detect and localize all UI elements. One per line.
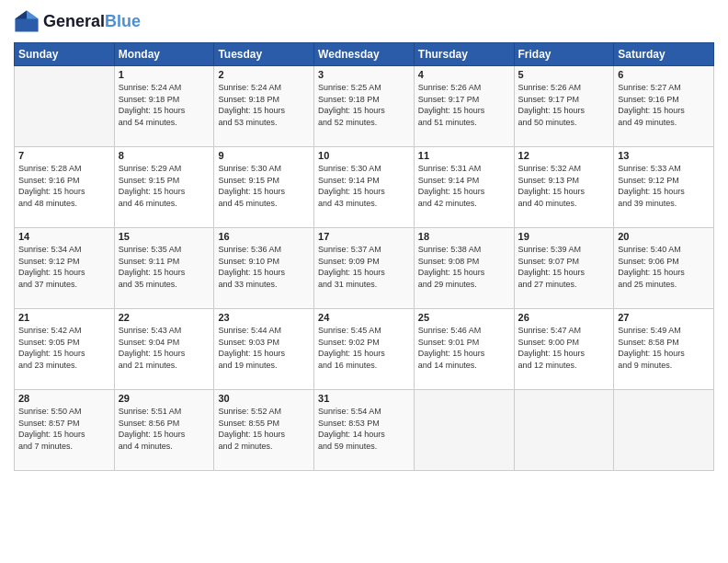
day-number: 3 [318,69,410,80]
calendar-cell: 26Sunrise: 5:47 AM Sunset: 9:00 PM Dayli… [514,309,614,390]
cell-info: Sunrise: 5:28 AM Sunset: 9:16 PM Dayligh… [18,163,110,209]
header-day-thursday: Thursday [414,43,514,66]
day-number: 2 [218,69,310,80]
day-number: 23 [218,312,310,323]
week-row-0: 1Sunrise: 5:24 AM Sunset: 9:18 PM Daylig… [15,66,714,147]
day-number: 14 [18,231,110,242]
day-number: 28 [18,393,110,404]
cell-info: Sunrise: 5:31 AM Sunset: 9:14 PM Dayligh… [418,163,510,209]
cell-info: Sunrise: 5:46 AM Sunset: 9:01 PM Dayligh… [418,325,510,371]
calendar-cell: 23Sunrise: 5:44 AM Sunset: 9:03 PM Dayli… [214,309,314,390]
week-row-3: 21Sunrise: 5:42 AM Sunset: 9:05 PM Dayli… [15,309,714,390]
day-number: 11 [418,150,510,161]
calendar-cell [414,390,514,471]
cell-info: Sunrise: 5:37 AM Sunset: 9:09 PM Dayligh… [318,244,410,290]
day-number: 12 [518,150,610,161]
calendar-cell: 4Sunrise: 5:26 AM Sunset: 9:17 PM Daylig… [414,66,514,147]
calendar-cell: 28Sunrise: 5:50 AM Sunset: 8:57 PM Dayli… [15,390,115,471]
calendar-cell: 20Sunrise: 5:40 AM Sunset: 9:06 PM Dayli… [614,228,714,309]
calendar-cell: 1Sunrise: 5:24 AM Sunset: 9:18 PM Daylig… [114,66,214,147]
calendar-cell: 14Sunrise: 5:34 AM Sunset: 9:12 PM Dayli… [15,228,115,309]
day-number: 9 [218,150,310,161]
svg-marker-2 [15,10,27,18]
calendar-body: 1Sunrise: 5:24 AM Sunset: 9:18 PM Daylig… [15,66,714,471]
header-day-tuesday: Tuesday [214,43,314,66]
week-row-2: 14Sunrise: 5:34 AM Sunset: 9:12 PM Dayli… [15,228,714,309]
day-number: 7 [18,150,110,161]
cell-info: Sunrise: 5:44 AM Sunset: 9:03 PM Dayligh… [218,325,310,371]
calendar-cell: 15Sunrise: 5:35 AM Sunset: 9:11 PM Dayli… [114,228,214,309]
cell-info: Sunrise: 5:26 AM Sunset: 9:17 PM Dayligh… [418,82,510,128]
cell-info: Sunrise: 5:51 AM Sunset: 8:56 PM Dayligh… [119,406,210,452]
day-number: 25 [418,312,510,323]
calendar-cell: 9Sunrise: 5:30 AM Sunset: 9:15 PM Daylig… [214,147,314,228]
day-number: 8 [119,150,210,161]
calendar-cell: 30Sunrise: 5:52 AM Sunset: 8:55 PM Dayli… [214,390,314,471]
calendar-cell: 17Sunrise: 5:37 AM Sunset: 9:09 PM Dayli… [314,228,415,309]
cell-info: Sunrise: 5:42 AM Sunset: 9:05 PM Dayligh… [18,325,110,371]
header: GeneralBlue [14,9,714,35]
calendar-table: SundayMondayTuesdayWednesdayThursdayFrid… [14,42,714,471]
cell-info: Sunrise: 5:33 AM Sunset: 9:12 PM Dayligh… [618,163,710,209]
day-number: 20 [618,231,710,242]
day-number: 17 [318,231,410,242]
day-number: 21 [18,312,110,323]
day-number: 15 [119,231,210,242]
calendar-cell: 8Sunrise: 5:29 AM Sunset: 9:15 PM Daylig… [114,147,214,228]
calendar-cell [614,390,714,471]
cell-info: Sunrise: 5:49 AM Sunset: 8:58 PM Dayligh… [618,325,710,371]
calendar-cell: 2Sunrise: 5:24 AM Sunset: 9:18 PM Daylig… [214,66,314,147]
week-row-4: 28Sunrise: 5:50 AM Sunset: 8:57 PM Dayli… [15,390,714,471]
cell-info: Sunrise: 5:24 AM Sunset: 9:18 PM Dayligh… [119,82,210,128]
day-number: 4 [418,69,510,80]
calendar-cell: 31Sunrise: 5:54 AM Sunset: 8:53 PM Dayli… [314,390,415,471]
cell-info: Sunrise: 5:30 AM Sunset: 9:14 PM Dayligh… [318,163,410,209]
day-number: 22 [119,312,210,323]
cell-info: Sunrise: 5:47 AM Sunset: 9:00 PM Dayligh… [518,325,610,371]
day-number: 26 [518,312,610,323]
cell-info: Sunrise: 5:50 AM Sunset: 8:57 PM Dayligh… [18,406,110,452]
logo-icon [14,9,40,35]
logo-text: GeneralBlue [43,13,141,31]
calendar-cell [15,66,115,147]
calendar-cell: 11Sunrise: 5:31 AM Sunset: 9:14 PM Dayli… [414,147,514,228]
header-day-friday: Friday [514,43,614,66]
cell-info: Sunrise: 5:36 AM Sunset: 9:10 PM Dayligh… [218,244,310,290]
calendar-cell: 25Sunrise: 5:46 AM Sunset: 9:01 PM Dayli… [414,309,514,390]
cell-info: Sunrise: 5:52 AM Sunset: 8:55 PM Dayligh… [218,406,310,452]
calendar-cell: 16Sunrise: 5:36 AM Sunset: 9:10 PM Dayli… [214,228,314,309]
day-number: 19 [518,231,610,242]
day-number: 5 [518,69,610,80]
calendar-cell: 22Sunrise: 5:43 AM Sunset: 9:04 PM Dayli… [114,309,214,390]
day-number: 27 [618,312,710,323]
calendar-cell: 18Sunrise: 5:38 AM Sunset: 9:08 PM Dayli… [414,228,514,309]
cell-info: Sunrise: 5:27 AM Sunset: 9:16 PM Dayligh… [618,82,710,128]
calendar-cell: 27Sunrise: 5:49 AM Sunset: 8:58 PM Dayli… [614,309,714,390]
calendar-cell: 29Sunrise: 5:51 AM Sunset: 8:56 PM Dayli… [114,390,214,471]
header-day-saturday: Saturday [614,43,714,66]
cell-info: Sunrise: 5:38 AM Sunset: 9:08 PM Dayligh… [418,244,510,290]
cell-info: Sunrise: 5:32 AM Sunset: 9:13 PM Dayligh… [518,163,610,209]
calendar-cell: 5Sunrise: 5:26 AM Sunset: 9:17 PM Daylig… [514,66,614,147]
day-number: 31 [318,393,410,404]
cell-info: Sunrise: 5:26 AM Sunset: 9:17 PM Dayligh… [518,82,610,128]
calendar-cell: 3Sunrise: 5:25 AM Sunset: 9:18 PM Daylig… [314,66,415,147]
calendar-cell [514,390,614,471]
day-number: 30 [218,393,310,404]
day-number: 10 [318,150,410,161]
day-number: 18 [418,231,510,242]
cell-info: Sunrise: 5:24 AM Sunset: 9:18 PM Dayligh… [218,82,310,128]
cell-info: Sunrise: 5:45 AM Sunset: 9:02 PM Dayligh… [318,325,410,371]
cell-info: Sunrise: 5:40 AM Sunset: 9:06 PM Dayligh… [618,244,710,290]
calendar-cell: 24Sunrise: 5:45 AM Sunset: 9:02 PM Dayli… [314,309,415,390]
header-row: SundayMondayTuesdayWednesdayThursdayFrid… [15,43,714,66]
cell-info: Sunrise: 5:54 AM Sunset: 8:53 PM Dayligh… [318,406,410,452]
header-day-wednesday: Wednesday [314,43,415,66]
calendar-cell: 12Sunrise: 5:32 AM Sunset: 9:13 PM Dayli… [514,147,614,228]
day-number: 16 [218,231,310,242]
header-day-sunday: Sunday [15,43,115,66]
day-number: 6 [618,69,710,80]
header-day-monday: Monday [114,43,214,66]
page: GeneralBlue SundayMondayTuesdayWednesday… [0,0,728,563]
day-number: 24 [318,312,410,323]
